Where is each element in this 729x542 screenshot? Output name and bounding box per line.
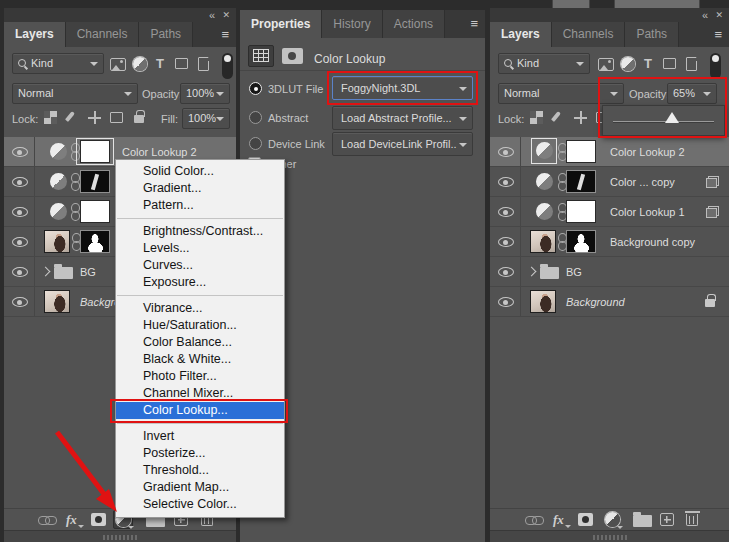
filter-toggle-switch[interactable] <box>710 53 721 79</box>
lock-pixels-icon[interactable] <box>551 111 561 122</box>
menu-item-exposure[interactable]: Exposure... <box>116 274 284 291</box>
layer-mask-thumbnail[interactable] <box>566 200 596 223</box>
tab-actions[interactable]: Actions <box>383 10 445 38</box>
eye-visibility-icon[interactable] <box>12 207 28 217</box>
menu-item-hue-saturation[interactable]: Hue/Saturation... <box>116 317 284 334</box>
menu-item-pattern[interactable]: Pattern... <box>116 197 284 214</box>
adjustment-layer-icon[interactable] <box>536 203 553 220</box>
blend-mode-dropdown[interactable]: Normal <box>498 83 624 104</box>
menu-item-levels[interactable]: Levels... <box>116 240 284 257</box>
menu-item-threshold[interactable]: Threshold... <box>116 462 284 479</box>
mask-link-icon[interactable] <box>558 203 566 220</box>
tab-layers[interactable]: Layers <box>4 22 66 47</box>
eye-visibility-icon[interactable] <box>12 267 28 277</box>
menu-item-invert[interactable]: Invert <box>116 428 284 445</box>
menu-item-posterize[interactable]: Posterize... <box>116 445 284 462</box>
mask-icon[interactable] <box>282 48 303 64</box>
opacity-slider-track[interactable] <box>613 121 714 123</box>
link-layers-icon[interactable] <box>525 516 542 524</box>
layer-style-fx-icon[interactable]: fx <box>553 513 564 527</box>
menu-item-black-white[interactable]: Black & White... <box>116 351 284 368</box>
mask-link-icon[interactable] <box>72 233 80 250</box>
adjustment-layer-icon[interactable] <box>50 143 67 160</box>
layer-row-background[interactable]: Background <box>490 287 729 317</box>
eye-visibility-icon[interactable] <box>12 177 28 187</box>
menu-item-curves[interactable]: Curves... <box>116 257 284 274</box>
menu-item-gradient[interactable]: Gradient... <box>116 180 284 197</box>
panel-menu-icon[interactable]: ≡ <box>470 10 478 38</box>
filter-type-layers-icon[interactable]: T <box>644 57 652 71</box>
new-group-icon[interactable] <box>633 515 652 527</box>
menu-item-solid-color[interactable]: Solid Color... <box>116 163 284 180</box>
menu-item-color-balance[interactable]: Color Balance... <box>116 334 284 351</box>
filter-smart-object-icon[interactable] <box>198 57 209 71</box>
filter-kind-dropdown[interactable]: Kind <box>498 53 590 74</box>
collapse-panel-icon[interactable]: « <box>702 8 708 22</box>
panel-menu-icon[interactable]: ≡ <box>714 22 722 47</box>
lock-transparency-icon[interactable] <box>530 111 543 124</box>
abstract-dropdown[interactable]: Load Abstract Profile... <box>332 106 473 130</box>
close-panel-icon[interactable]: ✕ <box>222 8 230 22</box>
adjustment-layer-icon[interactable] <box>50 173 67 190</box>
filter-pixel-layers-icon[interactable] <box>598 58 614 71</box>
eye-visibility-icon[interactable] <box>498 147 514 157</box>
menu-item-gradient-map[interactable]: Gradient Map... <box>116 479 284 496</box>
lock-all-icon[interactable] <box>134 115 144 123</box>
layer-thumbnail[interactable] <box>530 230 556 253</box>
filter-toggle-switch[interactable] <box>222 53 233 79</box>
lock-transparency-icon[interactable] <box>44 111 57 124</box>
layer-row[interactable]: Background copy <box>490 227 729 257</box>
new-layer-icon[interactable] <box>660 513 674 526</box>
eye-visibility-icon[interactable] <box>12 297 28 307</box>
eye-visibility-icon[interactable] <box>498 237 514 247</box>
lut-file-radio[interactable] <box>249 82 262 95</box>
adjustment-layer-icon[interactable] <box>536 142 553 159</box>
layer-name[interactable]: Background <box>566 296 625 308</box>
layer-name[interactable]: Color Lookup 2 <box>122 146 197 158</box>
layer-row-group-bg[interactable]: BG <box>490 257 729 287</box>
tab-layers[interactable]: Layers <box>490 22 552 47</box>
collapse-panel-icon[interactable]: « <box>209 8 215 22</box>
tab-paths[interactable]: Paths <box>139 22 193 47</box>
layer-style-fx-icon[interactable]: fx <box>66 513 77 527</box>
filter-pixel-layers-icon[interactable] <box>110 58 126 71</box>
adjustment-layer-icon[interactable] <box>50 203 67 220</box>
tab-history[interactable]: History <box>322 10 382 38</box>
layer-name[interactable]: Color Lookup 1 <box>610 206 685 218</box>
layer-thumbnail[interactable] <box>44 230 70 253</box>
filter-adjustment-layers-icon[interactable] <box>133 57 147 71</box>
eye-visibility-icon[interactable] <box>498 207 514 217</box>
layer-row[interactable]: Color Lookup 1 <box>490 197 729 227</box>
eye-visibility-icon[interactable] <box>498 267 514 277</box>
lock-pixels-icon[interactable] <box>65 111 75 122</box>
lock-position-icon[interactable] <box>574 111 587 124</box>
panel-menu-icon[interactable]: ≡ <box>221 22 229 47</box>
layer-name[interactable]: Color ... copy <box>610 176 675 188</box>
layer-mask-thumbnail[interactable] <box>566 140 596 163</box>
device-link-radio[interactable] <box>249 137 262 150</box>
mask-link-icon[interactable] <box>71 173 79 190</box>
panel-resize-strip[interactable] <box>4 530 236 542</box>
blend-mode-dropdown[interactable]: Normal <box>12 83 138 104</box>
tab-properties[interactable]: Properties <box>240 10 322 38</box>
mask-link-icon[interactable] <box>558 233 566 250</box>
menu-item-brightness-contrast[interactable]: Brightness/Contrast... <box>116 223 284 240</box>
adjustment-layer-icon[interactable] <box>536 173 553 190</box>
mask-link-icon[interactable] <box>558 173 566 190</box>
layer-mask-thumbnail[interactable] <box>566 230 596 253</box>
eye-visibility-icon[interactable] <box>498 297 514 307</box>
eye-visibility-icon[interactable] <box>12 237 28 247</box>
mask-link-icon[interactable] <box>71 203 79 220</box>
eye-visibility-icon[interactable] <box>12 147 28 157</box>
layer-name[interactable]: BG <box>80 266 96 278</box>
opacity-field[interactable]: 100% <box>180 83 230 104</box>
menu-item-selective-color[interactable]: Selective Color... <box>116 496 284 513</box>
menu-item-channel-mixer[interactable]: Channel Mixer... <box>116 385 284 402</box>
filter-shape-layers-icon[interactable] <box>175 58 188 69</box>
layer-mask-thumbnail[interactable] <box>80 230 110 253</box>
add-mask-icon[interactable] <box>578 513 593 526</box>
filter-smart-object-icon[interactable] <box>686 57 697 71</box>
tab-paths[interactable]: Paths <box>625 22 679 47</box>
layer-mask-thumbnail[interactable] <box>566 170 596 193</box>
add-mask-icon[interactable] <box>91 513 106 526</box>
